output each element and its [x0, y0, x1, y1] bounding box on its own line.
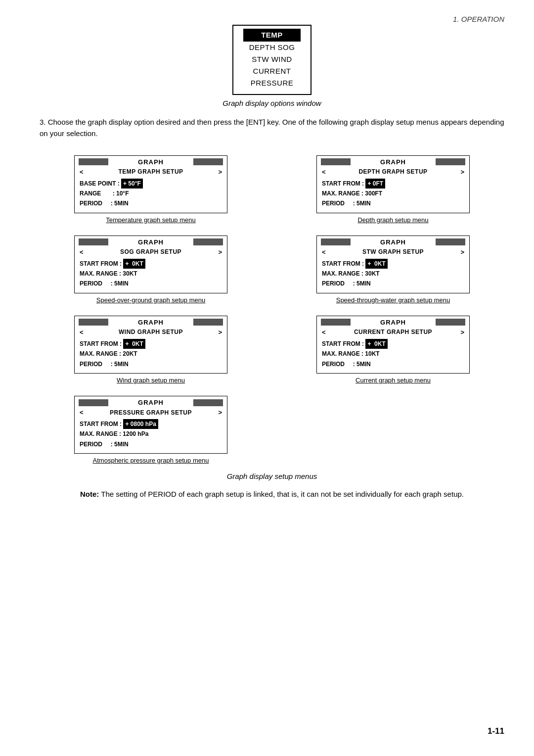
menu-cell-temp: GRAPH < TEMP GRAPH SETUP > BASE POINT : … [40, 150, 272, 226]
setup-box-wind-body: START FROM : + 0KT MAX. RANGE : 20KT PER… [75, 337, 227, 373]
current-startfrom-value: + 0KT [365, 339, 387, 349]
pressure-row-period: PERIOD : 5MIN [80, 439, 222, 449]
menus-grid-row2: GRAPH < SOG GRAPH SETUP > START FROM : +… [40, 231, 504, 306]
header-title-pressure: GRAPH [138, 399, 164, 406]
current-startfrom-label: START FROM : [322, 339, 365, 349]
nav-right-sog: > [218, 248, 222, 256]
current-maxrange-label: MAX. RANGE : 10KT [322, 349, 380, 359]
option-wind: WIND [271, 55, 292, 63]
sog-period-label: PERIOD : 5MIN [80, 279, 129, 288]
options-window: TEMP DEPTH SOG STW WIND CURRENT PRESSURE [232, 25, 312, 95]
stw-maxrange-label: MAX. RANGE : 30KT [322, 269, 380, 279]
nav-label-temp: TEMP GRAPH SETUP [118, 168, 183, 175]
current-period-label: PERIOD : 5MIN [322, 359, 371, 369]
header-title-current: GRAPH [380, 319, 406, 326]
header-title-depth: GRAPH [380, 158, 406, 166]
options-window-container: TEMP DEPTH SOG STW WIND CURRENT PRESSURE [40, 25, 504, 95]
setup-box-sog: GRAPH < SOG GRAPH SETUP > START FROM : +… [74, 236, 227, 293]
setup-box-sog-nav: < SOG GRAPH SETUP > [75, 247, 227, 257]
setup-box-pressure-header: GRAPH [75, 396, 227, 408]
nav-label-sog: SOG GRAPH SETUP [120, 248, 181, 255]
depth-startfrom-label: START FROM : [322, 179, 365, 189]
wind-row-startfrom: START FROM : + 0KT [80, 339, 222, 349]
setup-box-current-nav: < CURRENT GRAPH SETUP > [317, 328, 469, 337]
setup-box-wind: GRAPH < WIND GRAPH SETUP > START FROM : … [74, 316, 227, 374]
setup-box-sog-body: START FROM : + 0KT MAX. RANGE : 30KT PER… [75, 257, 227, 293]
header-bar-left-sog [79, 238, 108, 245]
section-label: 1. OPERATION [453, 15, 504, 23]
wind-row-maxrange: MAX. RANGE : 20KT [80, 349, 222, 359]
depth-maxrange-label: MAX. RANGE : 300FT [322, 189, 382, 198]
option-depth: DEPTH [249, 43, 275, 51]
wind-row-period: PERIOD : 5MIN [80, 359, 222, 369]
sog-row-period: PERIOD : 5MIN [80, 279, 222, 288]
options-window-caption: Graph display options window [40, 99, 504, 107]
header-bar-left-depth [321, 158, 351, 165]
pressure-startfrom-label: START FROM : [80, 419, 123, 429]
temp-period-label: PERIOD : 5MIN [80, 198, 129, 208]
depth-row-startfrom: START FROM : + 0FT [322, 179, 464, 189]
option-sog: SOG [277, 43, 295, 51]
sog-row-startfrom: START FROM : + 0KT [80, 259, 222, 269]
note-content: The setting of PERIOD of each graph setu… [101, 490, 464, 498]
nav-left-wind: < [80, 329, 84, 336]
header-bar-right-sog [193, 238, 223, 245]
sog-row-maxrange: MAX. RANGE : 30KT [80, 269, 222, 279]
nav-left-depth: < [322, 168, 326, 176]
stw-startfrom-label: START FROM : [322, 259, 365, 269]
option-stw: STW [252, 55, 269, 63]
pressure-row-startfrom: START FROM : + 0800 hPa [80, 419, 222, 429]
setup-box-stw: GRAPH < STW GRAPH SETUP > START FROM : +… [316, 236, 470, 293]
pressure-right-empty [272, 391, 504, 466]
stw-period-label: PERIOD : 5MIN [322, 279, 371, 288]
stw-row-period: PERIOD : 5MIN [322, 279, 464, 288]
setup-box-stw-nav: < STW GRAPH SETUP > [317, 247, 469, 257]
sog-maxrange-label: MAX. RANGE : 30KT [80, 269, 137, 279]
note-bold: Note: [80, 490, 99, 498]
temp-row-period: PERIOD : 5MIN [80, 198, 222, 208]
stw-row-startfrom: START FROM : + 0KT [322, 259, 464, 269]
nav-label-current: CURRENT GRAPH SETUP [354, 329, 432, 335]
nav-right-wind: > [218, 329, 222, 336]
current-row-maxrange: MAX. RANGE : 10KT [322, 349, 464, 359]
stw-startfrom-value: + 0KT [365, 259, 387, 269]
menu-cell-current: GRAPH < CURRENT GRAPH SETUP > START FROM… [272, 311, 504, 386]
pressure-startfrom-value: + 0800 hPa [123, 419, 158, 429]
header-bar-left-current [321, 319, 351, 326]
note-text: Note: The setting of PERIOD of each grap… [69, 488, 475, 500]
setup-box-temp-nav: < TEMP GRAPH SETUP > [75, 167, 227, 177]
menus-grid-row3: GRAPH < WIND GRAPH SETUP > START FROM : … [40, 311, 504, 386]
step3-number: 3. [40, 118, 46, 126]
sog-caption: Speed-over-ground graph setup menu [96, 296, 205, 304]
nav-label-pressure: PRESSURE GRAPH SETUP [110, 409, 192, 416]
temp-basepoint-value: + 50°F [121, 179, 143, 189]
header-bar-right-current [436, 319, 465, 326]
wind-period-label: PERIOD : 5MIN [80, 359, 129, 369]
nav-right-stw: > [460, 248, 464, 256]
header-title-temp: GRAPH [138, 158, 164, 166]
depth-period-label: PERIOD : 5MIN [322, 198, 371, 208]
header-title-wind: GRAPH [138, 319, 164, 326]
sog-startfrom-label: START FROM : [80, 259, 123, 269]
header-bar-right-wind [193, 319, 223, 326]
temp-caption: Temperature graph setup menu [106, 216, 195, 224]
option-current: CURRENT [253, 67, 291, 75]
menu-cell-pressure: GRAPH < PRESSURE GRAPH SETUP > START FRO… [40, 391, 272, 466]
option-pressure: PRESSURE [251, 79, 294, 87]
header-bar-left-pressure [79, 399, 108, 406]
setup-box-depth-body: START FROM : + 0FT MAX. RANGE : 300FT PE… [317, 177, 469, 213]
temp-basepoint-label: BASE POINT : [80, 179, 121, 189]
header-bar-right-temp [193, 158, 223, 165]
setup-box-pressure: GRAPH < PRESSURE GRAPH SETUP > START FRO… [74, 396, 227, 454]
setup-box-stw-body: START FROM : + 0KT MAX. RANGE : 30KT PER… [317, 257, 469, 293]
nav-right-temp: > [218, 168, 222, 176]
setup-box-temp: GRAPH < TEMP GRAPH SETUP > BASE POINT : … [74, 155, 227, 213]
depth-row-period: PERIOD : 5MIN [322, 198, 464, 208]
setup-box-depth: GRAPH < DEPTH GRAPH SETUP > START FROM :… [316, 155, 470, 213]
setup-box-temp-body: BASE POINT : + 50°F RANGE : 10°F PERIOD … [75, 177, 227, 213]
menu-cell-sog: GRAPH < SOG GRAPH SETUP > START FROM : +… [40, 231, 272, 306]
header-bar-right-depth [436, 158, 465, 165]
nav-label-stw: STW GRAPH SETUP [362, 248, 424, 255]
stw-row-maxrange: MAX. RANGE : 30KT [322, 269, 464, 279]
stw-caption: Speed-through-water graph setup menu [336, 296, 450, 304]
